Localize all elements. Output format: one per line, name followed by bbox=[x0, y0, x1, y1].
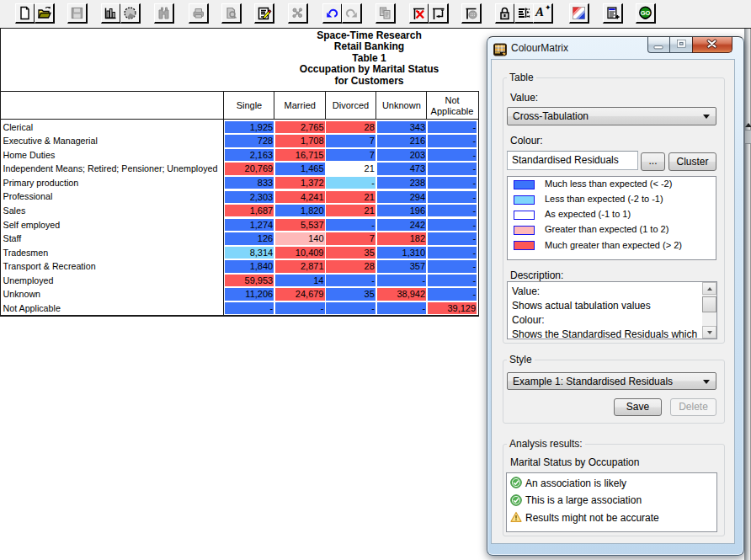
svg-text:GO: GO bbox=[641, 9, 651, 17]
